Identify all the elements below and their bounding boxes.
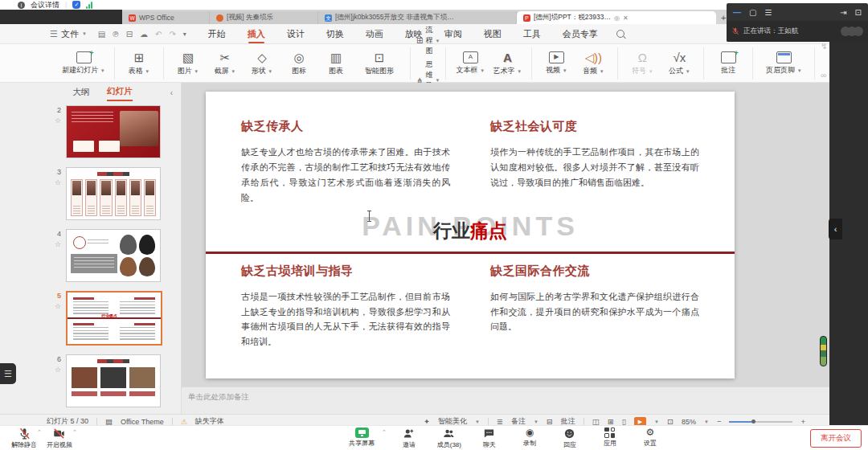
- settings-button[interactable]: ⚙ 设置: [633, 428, 668, 449]
- camera-options-caret[interactable]: ⌃: [72, 429, 77, 449]
- list-icon[interactable]: ☰: [764, 8, 772, 17]
- image-button[interactable]: ▧ 图片 ▼: [170, 51, 207, 76]
- pain-block-4[interactable]: 缺乏国际合作交流 如何与国际上的考古学界和文化遗产保护组织进行合作和交流，提升项…: [490, 264, 699, 350]
- audio-icon: ◁)): [585, 51, 603, 64]
- menu-view[interactable]: 视图: [483, 25, 502, 43]
- menu-tools[interactable]: 工具: [522, 25, 542, 43]
- tab-close-icon[interactable]: ✕: [623, 14, 628, 22]
- star-icon[interactable]: ☆: [55, 117, 61, 125]
- icons-button[interactable]: ◎ 图标: [280, 51, 317, 76]
- fullscreen-icon[interactable]: ⊡: [855, 8, 862, 17]
- undo-icon[interactable]: ↶: [155, 30, 162, 39]
- share-options-caret[interactable]: ⌃: [382, 429, 387, 449]
- tab-video[interactable]: [视频] 先秦埙乐: [210, 11, 318, 24]
- share-icon[interactable]: ℗: [113, 30, 118, 39]
- thumbnail-list: 2☆ 3☆: [0, 102, 181, 414]
- chart-button[interactable]: ▥ 图表: [317, 51, 354, 76]
- chevron-down-icon[interactable]: ▾: [183, 31, 186, 38]
- menu-insert[interactable]: 插入: [247, 25, 266, 43]
- menu-animation[interactable]: 动画: [365, 25, 384, 43]
- panel-expand-button[interactable]: ‹: [829, 219, 842, 239]
- smartart-button[interactable]: ⊡ 智能图形: [354, 51, 404, 76]
- tab-menu-icon[interactable]: ◎: [614, 14, 620, 22]
- menu-design[interactable]: 设计: [286, 25, 305, 43]
- star-icon[interactable]: ☆: [55, 178, 61, 186]
- pain-block-1[interactable]: 缺乏传承人 缺乏专业人才也给古埙的传承带来了困难。由于技术传承的不完善，古埙的制…: [241, 119, 450, 206]
- screenshot-button[interactable]: ✂ 截屏 ▼: [207, 51, 244, 76]
- new-slide-button[interactable]: + 新建幻灯片 ▼: [59, 51, 108, 76]
- textbox-button[interactable]: A 文本框 ▼: [452, 51, 489, 76]
- panel-collapse-icon[interactable]: ‹: [170, 88, 173, 97]
- meeting-details-link[interactable]: 会议详情: [31, 0, 59, 10]
- tab-outline[interactable]: 大纲: [72, 84, 89, 100]
- save-icon[interactable]: ▤: [98, 30, 105, 39]
- react-button[interactable]: 回应: [552, 428, 588, 449]
- members-button[interactable]: 成员(38): [432, 428, 467, 449]
- formula-button[interactable]: √x 公式 ▼: [661, 51, 698, 76]
- slide-title[interactable]: 行业痛点: [206, 219, 735, 243]
- pain-block-2[interactable]: 缺乏社会认可度 埙作为一种传统的手工艺品制作项目，其在市场上的认知度相对较低。很…: [490, 119, 699, 206]
- zoom-level[interactable]: 85%: [682, 418, 696, 426]
- minimize-icon[interactable]: —: [733, 8, 741, 17]
- slide-editor[interactable]: 缺乏传承人 缺乏专业人才也给古埙的传承带来了困难。由于技术传承的不完善，古埙的制…: [182, 83, 840, 387]
- audio-button[interactable]: ◁)) 音频 ▼: [575, 51, 612, 76]
- slide-thumbnail-4[interactable]: 4☆: [47, 229, 181, 282]
- star-icon[interactable]: ☆: [55, 366, 61, 374]
- thumbnail-preview[interactable]: [66, 354, 161, 407]
- menu-transition[interactable]: 切换: [326, 25, 345, 43]
- file-menu[interactable]: ☰ 文件 ▼: [50, 28, 87, 40]
- redo-icon[interactable]: ↷: [169, 30, 175, 39]
- apps-button[interactable]: 应用: [592, 428, 628, 449]
- info-icon: i: [18, 2, 25, 9]
- shapes-button[interactable]: ◇ 形状 ▼: [244, 51, 280, 76]
- slide-thumbnail-6[interactable]: 6☆: [47, 354, 181, 407]
- slide-thumbnail-2[interactable]: 2☆: [47, 105, 181, 158]
- tab-ppt-active[interactable]: P [德州]埙PPT：税23933… ◎ ✕: [517, 11, 716, 24]
- screen: i 会议详情 | ✓ W WPS Office [视频] 先秦埙乐 文 [德州]…: [0, 0, 868, 450]
- tab-wps-home[interactable]: W WPS Office: [122, 11, 210, 24]
- video-button[interactable]: ▶ 视频 ▼: [538, 51, 575, 76]
- editor-column: 缺乏传承人 缺乏专业人才也给古埙的传承带来了困难。由于技术传承的不完善，古埙的制…: [182, 83, 840, 414]
- menu-review[interactable]: 审阅: [444, 25, 463, 43]
- slide-thumbnail-5-selected[interactable]: 5☆ 行业痛点: [47, 291, 181, 346]
- chat-button[interactable]: 聊天: [472, 428, 507, 449]
- menu-home[interactable]: 开始: [207, 25, 227, 43]
- star-icon[interactable]: ☆: [55, 240, 61, 248]
- slides-panel: 大纲 幻灯片 ‹ 2☆ 3☆: [0, 83, 182, 414]
- meeting-side-menu-button[interactable]: ☰: [0, 363, 16, 384]
- table-button[interactable]: ⊞ 表格 ▼: [121, 51, 158, 76]
- cloud-icon[interactable]: ☁: [140, 30, 148, 39]
- scrollbar-thumb[interactable]: [820, 336, 827, 366]
- notes-area[interactable]: 单击此处添加备注: [182, 387, 840, 414]
- zoom-slider[interactable]: [729, 419, 792, 423]
- thumbnail-preview[interactable]: 行业痛点: [66, 291, 162, 346]
- menu-member[interactable]: 会员专享: [562, 25, 599, 43]
- record-button[interactable]: ◉ 录制: [512, 428, 547, 449]
- comment-button[interactable]: + 批注: [710, 51, 747, 76]
- thumbnail-preview[interactable]: [66, 167, 161, 220]
- thumbnail-preview[interactable]: [66, 229, 161, 282]
- dock-icon[interactable]: ⇥: [840, 8, 846, 17]
- star-icon[interactable]: ☆: [55, 302, 61, 310]
- restore-icon[interactable]: ▢: [749, 8, 756, 17]
- print-icon[interactable]: ⊟: [126, 30, 133, 39]
- video-doc-icon: [216, 14, 223, 22]
- pain-block-3[interactable]: 缺乏古埙培训与指导 古埙是一项技术性较强的手工艺品制作，但目前市场上缺乏专业的指…: [241, 264, 450, 350]
- new-tab-button[interactable]: +: [721, 11, 726, 24]
- menu-slideshow[interactable]: 放映: [404, 25, 424, 43]
- invite-button[interactable]: 邀请: [391, 428, 427, 449]
- wordart-button[interactable]: A 艺术字 ▼: [489, 51, 526, 76]
- security-shield-icon[interactable]: ✓: [72, 1, 80, 9]
- invite-icon: [403, 428, 415, 440]
- tab-slides[interactable]: 幻灯片: [107, 84, 133, 101]
- tab-doc[interactable]: 文 [德州]jk0bk3055开放交 非遗视角下埙…: [318, 11, 517, 24]
- network-signal-icon[interactable]: [86, 2, 92, 9]
- theme-name[interactable]: Office Theme: [121, 418, 164, 426]
- slide-thumbnail-3[interactable]: 3☆: [47, 167, 181, 220]
- thumbnail-preview[interactable]: [66, 105, 161, 158]
- slide-canvas[interactable]: 缺乏传承人 缺乏专业人才也给古埙的传承带来了困难。由于技术传承的不完善，古埙的制…: [206, 92, 735, 378]
- search-icon[interactable]: [616, 30, 624, 38]
- header-footer-button[interactable]: 页眉页脚 ▼: [759, 51, 809, 76]
- share-screen-button[interactable]: 共享屏幕: [342, 428, 382, 449]
- leave-meeting-button[interactable]: 离开会议: [810, 429, 862, 448]
